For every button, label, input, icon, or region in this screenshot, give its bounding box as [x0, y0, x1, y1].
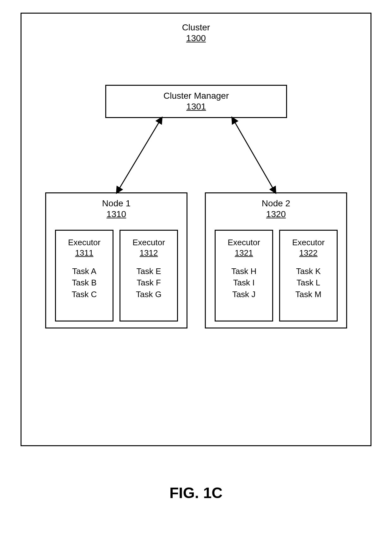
task-item: Task K [280, 265, 337, 277]
executor-number: 1321 [216, 248, 272, 258]
task-item: Task C [56, 289, 113, 300]
task-item: Task G [120, 289, 177, 300]
node-1-box: Node 1 1310 Executor 1311 Task A Task B … [45, 192, 187, 328]
executor-tasks: Task K Task L Task M [280, 265, 337, 300]
executor-tasks: Task H Task I Task J [216, 265, 272, 300]
executor-title: Executor [280, 238, 337, 247]
cluster-number: 1300 [21, 33, 371, 43]
task-item: Task J [216, 289, 272, 300]
executor-title: Executor [56, 238, 113, 247]
executor-number: 1311 [56, 248, 113, 258]
task-item: Task A [56, 265, 113, 277]
figure-label: FIG. 1C [0, 484, 392, 502]
executor-1322-box: Executor 1322 Task K Task L Task M [279, 230, 338, 322]
executor-title: Executor [120, 238, 177, 247]
task-item: Task B [56, 277, 113, 288]
cluster-manager-title: Cluster Manager [106, 91, 286, 101]
node-1-number: 1310 [46, 209, 187, 219]
executor-tasks: Task E Task F Task G [120, 265, 177, 300]
task-item: Task I [216, 277, 272, 288]
task-item: Task L [280, 277, 337, 288]
cluster-manager-number: 1301 [106, 102, 286, 112]
executor-number: 1312 [120, 248, 177, 258]
cluster-manager-box: Cluster Manager 1301 [105, 85, 287, 118]
executor-1312-box: Executor 1312 Task E Task F Task G [119, 230, 178, 322]
task-item: Task E [120, 265, 177, 277]
node-2-number: 1320 [206, 209, 346, 219]
arrow-manager-node2 [233, 120, 274, 191]
cluster-title: Cluster [21, 22, 371, 33]
executor-1311-box: Executor 1311 Task A Task B Task C [55, 230, 113, 322]
executor-1321-box: Executor 1321 Task H Task I Task J [215, 230, 273, 322]
executor-number: 1322 [280, 248, 337, 258]
task-item: Task H [216, 265, 272, 277]
cluster-container: Cluster 1300 Cluster Manager 1301 Node 1… [21, 13, 371, 446]
node-1-title: Node 1 [46, 198, 187, 209]
arrow-manager-node1 [118, 120, 161, 191]
node-2-title: Node 2 [206, 198, 346, 209]
node-2-box: Node 2 1320 Executor 1321 Task H Task I … [205, 192, 347, 328]
task-item: Task M [280, 289, 337, 300]
executor-title: Executor [216, 238, 272, 247]
executor-tasks: Task A Task B Task C [56, 265, 113, 300]
task-item: Task F [120, 277, 177, 288]
